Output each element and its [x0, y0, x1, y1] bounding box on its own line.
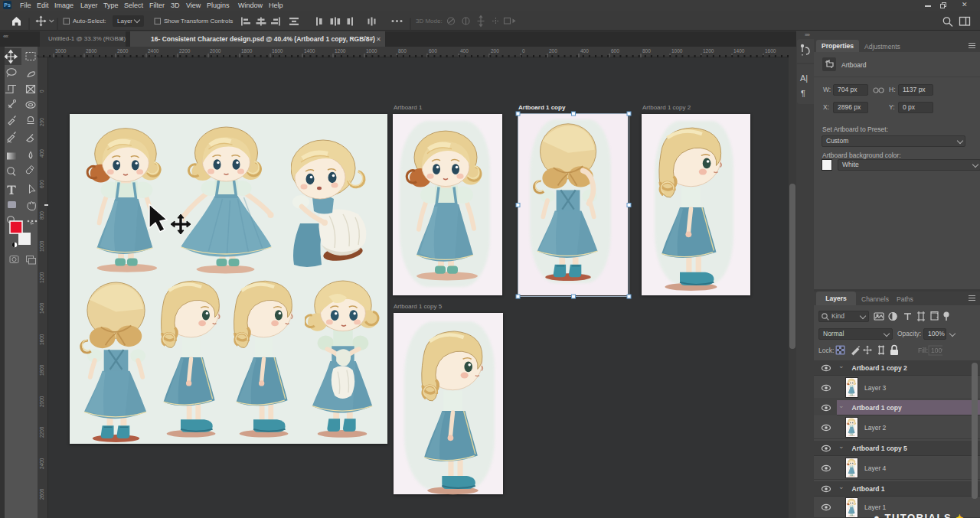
svg-text:400: 400 [39, 149, 44, 158]
svg-text:800: 800 [398, 48, 407, 54]
svg-text:600: 600 [39, 180, 44, 188]
svg-text:2200: 2200 [179, 48, 191, 54]
svg-text:200: 200 [549, 48, 557, 54]
svg-text:2200: 2200 [39, 426, 44, 438]
svg-text:3000: 3000 [55, 48, 67, 54]
svg-text:A|: A| [800, 73, 808, 83]
svg-text:800: 800 [39, 211, 44, 220]
svg-text:1400: 1400 [733, 48, 745, 54]
svg-text:2000: 2000 [210, 48, 221, 54]
svg-text:1600: 1600 [39, 334, 44, 345]
svg-text:1000: 1000 [366, 48, 377, 54]
svg-text:1800: 1800 [39, 364, 44, 376]
svg-text:1600: 1600 [272, 48, 283, 54]
svg-text:600: 600 [429, 48, 437, 54]
svg-text:0: 0 [39, 90, 44, 93]
svg-text:Fill:: Fill: [918, 347, 928, 354]
svg-text:1200: 1200 [335, 48, 346, 54]
svg-text:400: 400 [460, 48, 469, 54]
svg-text:1000: 1000 [39, 240, 44, 252]
svg-text:1200: 1200 [39, 272, 44, 283]
svg-text:200: 200 [39, 118, 44, 126]
svg-text:200: 200 [491, 48, 499, 54]
svg-text:100%: 100% [931, 347, 942, 354]
svg-text:1800: 1800 [241, 48, 253, 54]
svg-text:0: 0 [522, 48, 525, 54]
svg-text:2600: 2600 [39, 488, 44, 500]
svg-text:800: 800 [642, 48, 651, 54]
svg-text:1600: 1600 [765, 48, 776, 54]
svg-text:1400: 1400 [39, 302, 44, 314]
svg-text:2400: 2400 [148, 48, 159, 54]
svg-text:2400: 2400 [39, 458, 44, 469]
svg-text:1200: 1200 [703, 48, 714, 54]
svg-text:¶: ¶ [801, 89, 805, 98]
svg-text:400: 400 [580, 48, 589, 54]
svg-text:600: 600 [611, 48, 619, 54]
svg-text:2000: 2000 [39, 396, 44, 407]
svg-text:2800: 2800 [86, 48, 97, 54]
svg-text:1400: 1400 [304, 48, 315, 54]
svg-text:2600: 2600 [117, 48, 129, 54]
svg-text:1000: 1000 [671, 48, 683, 54]
